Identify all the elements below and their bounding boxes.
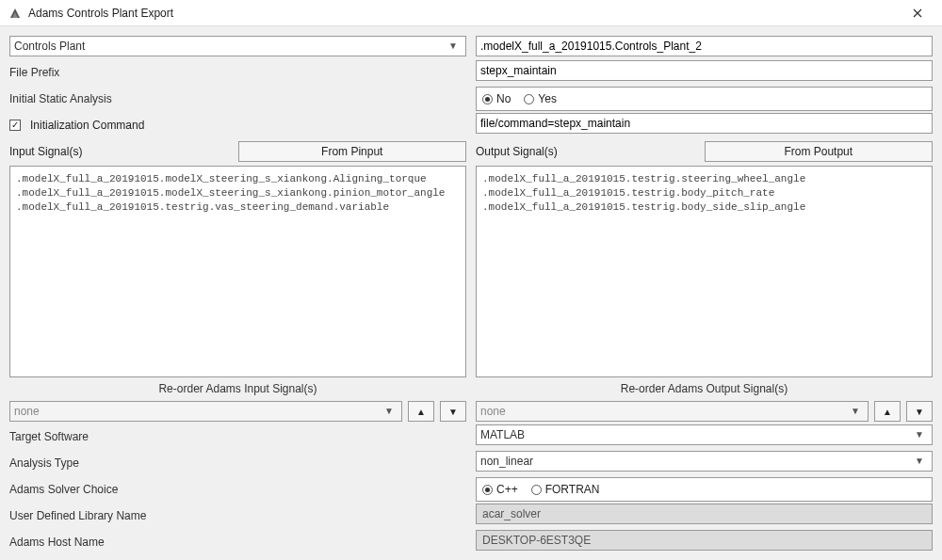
- list-item[interactable]: .modelX_full_a_20191015.testrig.body_sid…: [482, 200, 926, 215]
- from-poutput-button[interactable]: From Poutput: [705, 141, 934, 162]
- output-signals-list[interactable]: .modelX_full_a_20191015.testrig.steering…: [476, 166, 933, 377]
- host-name-value: DESKTOP-6EST3QE: [476, 530, 933, 551]
- list-item[interactable]: .modelX_full_a_20191015.modelX_steering_…: [16, 172, 460, 186]
- radio-selected-icon: [482, 94, 493, 104]
- initial-static-no[interactable]: No: [482, 92, 511, 105]
- file-prefix-input[interactable]: [480, 61, 928, 80]
- chevron-down-icon: ▼: [381, 402, 398, 421]
- list-item[interactable]: .modelX_full_a_20191015.testrig.vas_stee…: [16, 200, 460, 215]
- reorder-input-up-button[interactable]: ▲: [408, 401, 434, 422]
- user-lib-label: User Defined Library Name: [9, 509, 179, 522]
- export-type-select[interactable]: Controls Plant ▼: [9, 36, 466, 56]
- host-name-label: Adams Host Name: [9, 536, 179, 549]
- reorder-output-down-button[interactable]: ▼: [906, 401, 933, 422]
- init-cmd-box: [476, 113, 933, 134]
- window: Adams Controls Plant Export Controls Pla…: [0, 0, 942, 560]
- radio-unselected-icon: [531, 485, 542, 495]
- triangle-down-icon: ▼: [915, 407, 924, 417]
- close-button[interactable]: [901, 2, 934, 24]
- user-lib-value: acar_solver: [476, 504, 933, 524]
- radio-selected-icon: [482, 485, 493, 495]
- reorder-output-label: Re-order Adams Output Signal(s): [476, 379, 933, 398]
- triangle-down-icon: ▼: [448, 407, 458, 417]
- target-software-select[interactable]: MATLAB ▼: [476, 424, 933, 445]
- from-pinput-button[interactable]: From Pinput: [238, 141, 467, 162]
- output-signals-label: Output Signal(s): [476, 145, 705, 158]
- triangle-up-icon: ▲: [416, 407, 426, 417]
- export-type-value: Controls Plant: [14, 37, 85, 56]
- initial-static-yes[interactable]: Yes: [524, 92, 557, 105]
- chevron-down-icon: ▼: [911, 452, 928, 471]
- target-software-label: Target Software: [9, 430, 179, 443]
- titlebar: Adams Controls Plant Export: [0, 0, 942, 26]
- solver-radio-group: C++ FORTRAN: [476, 477, 933, 502]
- list-item[interactable]: .modelX_full_a_20191015.testrig.steering…: [482, 172, 926, 186]
- triangle-up-icon: ▲: [883, 407, 892, 417]
- file-prefix-label: File Prefix: [9, 66, 179, 79]
- chevron-down-icon: ▼: [911, 425, 928, 444]
- file-prefix-box: [476, 60, 933, 81]
- chevron-down-icon: ▼: [445, 37, 462, 56]
- list-item[interactable]: .modelX_full_a_20191015.modelX_steering_…: [16, 186, 460, 200]
- list-item[interactable]: .modelX_full_a_20191015.testrig.body_pit…: [482, 186, 926, 200]
- solver-cpp[interactable]: C++: [482, 483, 518, 496]
- init-cmd-label: Initialization Command: [30, 119, 144, 132]
- initial-static-radio-group: No Yes: [476, 87, 933, 111]
- init-cmd-input[interactable]: [480, 114, 928, 133]
- chevron-down-icon: ▼: [847, 402, 864, 421]
- reorder-output-up-button[interactable]: ▲: [874, 401, 901, 422]
- solver-choice-label: Adams Solver Choice: [9, 483, 179, 496]
- plant-path-input[interactable]: [480, 37, 928, 56]
- radio-unselected-icon: [524, 94, 534, 104]
- reorder-input-label: Re-order Adams Input Signal(s): [9, 379, 466, 398]
- app-icon: [8, 6, 23, 21]
- analysis-type-select[interactable]: non_linear ▼: [476, 451, 933, 472]
- initial-static-label: Initial Static Analysis: [9, 92, 179, 105]
- plant-path-box: [476, 36, 933, 56]
- init-cmd-checkbox[interactable]: [9, 120, 21, 131]
- solver-fortran[interactable]: FORTRAN: [531, 483, 600, 496]
- analysis-type-label: Analysis Type: [9, 456, 179, 470]
- window-title: Adams Controls Plant Export: [28, 7, 901, 20]
- reorder-input-down-button[interactable]: ▼: [440, 401, 466, 422]
- input-signals-list[interactable]: .modelX_full_a_20191015.modelX_steering_…: [9, 166, 466, 377]
- input-signals-label: Input Signal(s): [9, 145, 238, 158]
- reorder-output-select[interactable]: none ▼: [476, 401, 869, 422]
- reorder-input-select[interactable]: none ▼: [9, 401, 402, 422]
